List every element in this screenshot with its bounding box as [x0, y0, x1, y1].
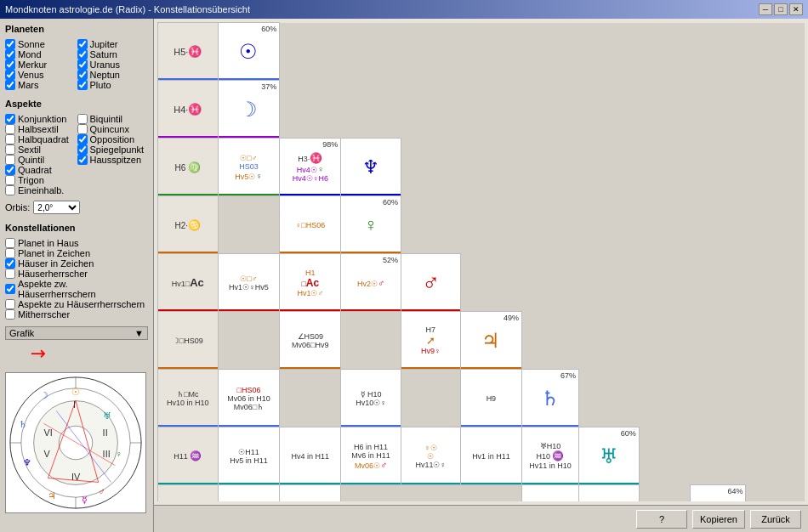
cb-hausspitzen[interactable]: Hausspitzen [77, 155, 149, 165]
window-controls: ─ □ ✕ [759, 3, 803, 15]
cb-mond[interactable]: Mond [5, 49, 77, 59]
grid-cell: ♆ [341, 139, 401, 196]
orbis-select[interactable]: 2,0° 1,0° 3,0° [33, 201, 80, 214]
grid-cell-empty [579, 23, 640, 81]
grid-cell: 60% ♀ [341, 196, 401, 254]
grafik-chevron[interactable]: ▼ [134, 328, 144, 338]
grid-cell-empty [280, 370, 341, 427]
cb-haeuser-zeichen[interactable]: Häuser in Zeichen [5, 258, 148, 269]
grid-cell: ☽□HS09 [158, 312, 219, 370]
grid-cell: H7 ➚ Hv9♀ [401, 312, 460, 370]
help-button[interactable]: ? [636, 510, 687, 529]
grid-cell-empty [579, 370, 640, 427]
cb-halbsextil[interactable]: Halbsextil [5, 124, 77, 134]
aspekte-section: Konjunktion Halbsextil Halbquadrat Sexti… [5, 114, 148, 195]
cb-pluto[interactable]: Pluto [77, 80, 149, 90]
grid-cell: H9 [460, 370, 521, 427]
grid-cell-empty [401, 485, 460, 502]
cb-halbquadrat[interactable]: Halbquadrat [5, 134, 77, 144]
grid-cell-empty [690, 254, 746, 312]
grid-cell-empty [401, 81, 460, 139]
grid-cell-empty [746, 196, 805, 254]
grid-cell-empty [521, 312, 578, 370]
cb-uranus[interactable]: Uranus [77, 59, 149, 70]
cb-planet-haus[interactable]: Planet in Haus [5, 238, 148, 248]
cb-mitherrscher[interactable]: Mitherrscher [5, 309, 148, 320]
cb-planet-zeichen[interactable]: Planet in Zeichen [5, 248, 148, 258]
bottom-bar: ? Kopieren Zurück [154, 505, 808, 532]
grid-cell: ☉□♂ Hv1☉♀Hv5 [218, 254, 280, 312]
svg-text:☿: ☿ [82, 495, 88, 505]
grid-cell-empty [746, 312, 805, 370]
cb-aspekte-zw[interactable]: Aspekte zw. Häuserrherrschern [5, 279, 148, 299]
minimize-btn[interactable]: ─ [759, 3, 772, 15]
grid-cell: Hv1 in H11 [460, 427, 521, 485]
grid-cell: Hv4 in H11 [280, 427, 341, 485]
svg-text:☽: ☽ [40, 390, 48, 400]
grafik-label: Grafik [9, 328, 34, 338]
cb-spiegelpunkt[interactable]: Spiegelpunkt [77, 144, 149, 155]
grid-cell: Hv1□Ac [158, 254, 219, 312]
table-row: Hv1□Ac ☉□♂ Hv1☉♀Hv5 H1 □Ac [158, 254, 805, 312]
content-area: H5·♓ 60% ☉ [153, 19, 808, 532]
grid-cell: H6 in H11 Mv6 in H11 Mv06☉♂ [341, 427, 401, 485]
svg-text:I: I [73, 399, 76, 410]
grid-cell: 52% Hv2☉♂ [341, 254, 401, 312]
maximize-btn[interactable]: □ [774, 3, 788, 15]
svg-text:☉: ☉ [71, 387, 80, 397]
grid-cell-empty [218, 196, 280, 254]
cb-eineinhalb[interactable]: Eineinhalb. [5, 185, 77, 195]
grid-cell: ♅H10 H10 ♒ Hv11 in H10 [521, 427, 578, 485]
cb-aspekte-zu[interactable]: Aspekte zu Häuserrherrschern [5, 299, 148, 309]
grid-cell: ♀☉ ☉ Hv11☉♀ [401, 427, 460, 485]
cb-quincunx[interactable]: Quincunx [77, 124, 149, 134]
back-button[interactable]: Zurück [750, 510, 801, 529]
grid-cell-empty [746, 370, 805, 427]
grid-container[interactable]: H5·♓ 60% ☉ [154, 19, 808, 505]
cb-jupiter[interactable]: Jupiter [77, 39, 149, 49]
cb-saturn[interactable]: Saturn [77, 49, 149, 59]
grid-cell-empty [460, 81, 521, 139]
cb-quadrat[interactable]: Quadrat [5, 165, 77, 175]
close-btn[interactable]: ✕ [789, 3, 803, 15]
cb-konjunktion[interactable]: Konjunktion [5, 114, 77, 124]
grid-cell-empty [521, 81, 578, 139]
copy-button[interactable]: Kopieren [692, 510, 745, 529]
grid-cell-empty [690, 81, 746, 139]
grid-cell-empty [639, 23, 690, 81]
cb-merkur[interactable]: Merkur [5, 59, 77, 70]
cb-mars[interactable]: Mars [5, 80, 77, 90]
cb-sonne[interactable]: Sonne [5, 39, 77, 49]
grid-cell-empty [690, 196, 746, 254]
grid-cell-empty [460, 139, 521, 196]
konstellationen-title: Konstellationen [5, 223, 148, 233]
cb-venus[interactable]: Venus [5, 70, 77, 80]
svg-text:♄: ♄ [19, 419, 27, 429]
grafik-header: Grafik ▼ [5, 326, 148, 340]
cb-haeuserherrscher[interactable]: Häuserherrscher [5, 269, 148, 279]
grid-cell-empty [746, 139, 805, 196]
cb-quintil[interactable]: Quintil [5, 155, 77, 165]
cb-neptun[interactable]: Neptun [77, 70, 149, 80]
grid-cell: H1 □Ac Hv1☉♂ [280, 254, 341, 312]
grid-cell-empty [690, 427, 746, 485]
grid-cell-empty [460, 254, 521, 312]
grid-cell-empty [460, 23, 521, 81]
svg-text:V: V [43, 449, 50, 459]
cb-biquintil[interactable]: Biquintil [77, 114, 149, 124]
table-row: ♄□Mc Hv10 in H10 □HS06 Mv06 in H10 Mv06□… [158, 370, 805, 427]
cb-trigon[interactable]: Trigon [5, 175, 77, 185]
grid-cell: 60% ☉ [218, 23, 280, 81]
cb-sextil[interactable]: Sextil [5, 144, 77, 155]
cb-opposition[interactable]: Opposition [77, 134, 149, 144]
svg-text:III: III [103, 449, 111, 459]
grid-scroll[interactable]: H5·♓ 60% ☉ [157, 22, 805, 501]
konstellationen-section: Planet in Haus Planet in Zeichen Häuser … [5, 238, 148, 320]
grid-cell-empty [579, 81, 640, 139]
table-row: H6 ♍ ☉□♂ HS03 Hv5☉♀ 98% H3 [158, 139, 805, 196]
sidebar: Planeten Sonne Mond Merkur Venus Mars Ju… [0, 19, 153, 532]
grid-cell-empty [521, 254, 578, 312]
grid-cell: H4·♓ [158, 81, 219, 139]
grid-cell-empty [639, 370, 690, 427]
grid-cell-empty [341, 23, 401, 81]
